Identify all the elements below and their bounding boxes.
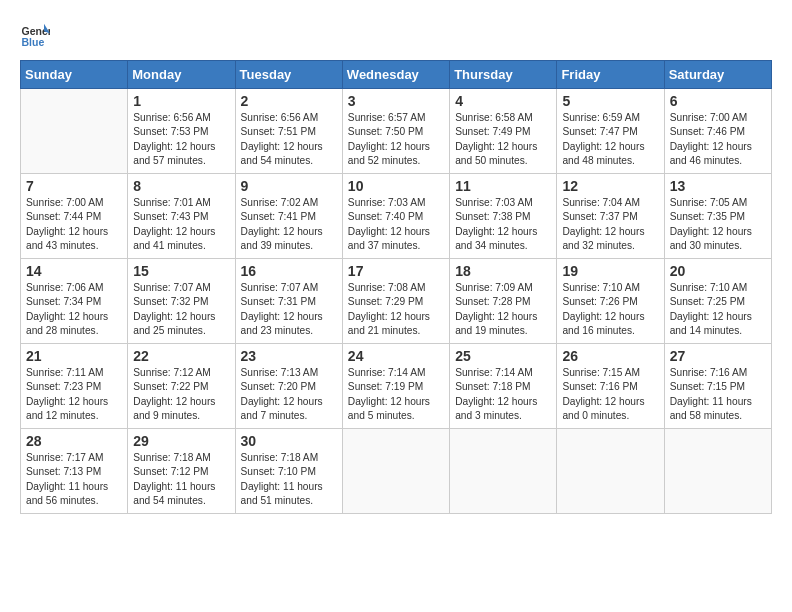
day-number: 2 xyxy=(241,93,337,109)
day-cell: 28Sunrise: 7:17 AM Sunset: 7:13 PM Dayli… xyxy=(21,429,128,514)
day-number: 17 xyxy=(348,263,444,279)
day-cell xyxy=(450,429,557,514)
day-number: 18 xyxy=(455,263,551,279)
day-cell: 8Sunrise: 7:01 AM Sunset: 7:43 PM Daylig… xyxy=(128,174,235,259)
week-row-4: 21Sunrise: 7:11 AM Sunset: 7:23 PM Dayli… xyxy=(21,344,772,429)
day-cell: 9Sunrise: 7:02 AM Sunset: 7:41 PM Daylig… xyxy=(235,174,342,259)
day-cell: 18Sunrise: 7:09 AM Sunset: 7:28 PM Dayli… xyxy=(450,259,557,344)
day-cell: 10Sunrise: 7:03 AM Sunset: 7:40 PM Dayli… xyxy=(342,174,449,259)
day-info: Sunrise: 7:15 AM Sunset: 7:16 PM Dayligh… xyxy=(562,366,658,423)
day-cell xyxy=(664,429,771,514)
day-cell: 16Sunrise: 7:07 AM Sunset: 7:31 PM Dayli… xyxy=(235,259,342,344)
day-info: Sunrise: 7:03 AM Sunset: 7:38 PM Dayligh… xyxy=(455,196,551,253)
day-info: Sunrise: 6:57 AM Sunset: 7:50 PM Dayligh… xyxy=(348,111,444,168)
day-info: Sunrise: 7:14 AM Sunset: 7:19 PM Dayligh… xyxy=(348,366,444,423)
week-row-3: 14Sunrise: 7:06 AM Sunset: 7:34 PM Dayli… xyxy=(21,259,772,344)
day-cell: 30Sunrise: 7:18 AM Sunset: 7:10 PM Dayli… xyxy=(235,429,342,514)
logo: General Blue xyxy=(20,20,50,50)
calendar-table: SundayMondayTuesdayWednesdayThursdayFrid… xyxy=(20,60,772,514)
day-info: Sunrise: 7:05 AM Sunset: 7:35 PM Dayligh… xyxy=(670,196,766,253)
day-number: 30 xyxy=(241,433,337,449)
day-info: Sunrise: 6:56 AM Sunset: 7:53 PM Dayligh… xyxy=(133,111,229,168)
day-number: 14 xyxy=(26,263,122,279)
week-row-1: 1Sunrise: 6:56 AM Sunset: 7:53 PM Daylig… xyxy=(21,89,772,174)
day-info: Sunrise: 6:56 AM Sunset: 7:51 PM Dayligh… xyxy=(241,111,337,168)
day-info: Sunrise: 7:16 AM Sunset: 7:15 PM Dayligh… xyxy=(670,366,766,423)
day-cell: 14Sunrise: 7:06 AM Sunset: 7:34 PM Dayli… xyxy=(21,259,128,344)
day-cell: 21Sunrise: 7:11 AM Sunset: 7:23 PM Dayli… xyxy=(21,344,128,429)
day-info: Sunrise: 7:13 AM Sunset: 7:20 PM Dayligh… xyxy=(241,366,337,423)
day-info: Sunrise: 7:01 AM Sunset: 7:43 PM Dayligh… xyxy=(133,196,229,253)
day-number: 29 xyxy=(133,433,229,449)
day-info: Sunrise: 7:12 AM Sunset: 7:22 PM Dayligh… xyxy=(133,366,229,423)
day-number: 20 xyxy=(670,263,766,279)
weekday-header-wednesday: Wednesday xyxy=(342,61,449,89)
day-cell: 29Sunrise: 7:18 AM Sunset: 7:12 PM Dayli… xyxy=(128,429,235,514)
day-cell: 6Sunrise: 7:00 AM Sunset: 7:46 PM Daylig… xyxy=(664,89,771,174)
day-number: 7 xyxy=(26,178,122,194)
svg-text:Blue: Blue xyxy=(22,36,45,48)
day-cell: 3Sunrise: 6:57 AM Sunset: 7:50 PM Daylig… xyxy=(342,89,449,174)
day-number: 9 xyxy=(241,178,337,194)
day-info: Sunrise: 7:03 AM Sunset: 7:40 PM Dayligh… xyxy=(348,196,444,253)
day-number: 13 xyxy=(670,178,766,194)
day-number: 3 xyxy=(348,93,444,109)
day-cell: 22Sunrise: 7:12 AM Sunset: 7:22 PM Dayli… xyxy=(128,344,235,429)
day-number: 25 xyxy=(455,348,551,364)
day-info: Sunrise: 7:04 AM Sunset: 7:37 PM Dayligh… xyxy=(562,196,658,253)
day-number: 1 xyxy=(133,93,229,109)
day-cell: 2Sunrise: 6:56 AM Sunset: 7:51 PM Daylig… xyxy=(235,89,342,174)
day-cell: 26Sunrise: 7:15 AM Sunset: 7:16 PM Dayli… xyxy=(557,344,664,429)
day-cell: 13Sunrise: 7:05 AM Sunset: 7:35 PM Dayli… xyxy=(664,174,771,259)
day-cell: 23Sunrise: 7:13 AM Sunset: 7:20 PM Dayli… xyxy=(235,344,342,429)
day-info: Sunrise: 7:02 AM Sunset: 7:41 PM Dayligh… xyxy=(241,196,337,253)
day-info: Sunrise: 7:17 AM Sunset: 7:13 PM Dayligh… xyxy=(26,451,122,508)
day-number: 8 xyxy=(133,178,229,194)
day-cell: 24Sunrise: 7:14 AM Sunset: 7:19 PM Dayli… xyxy=(342,344,449,429)
day-info: Sunrise: 7:18 AM Sunset: 7:10 PM Dayligh… xyxy=(241,451,337,508)
day-cell: 4Sunrise: 6:58 AM Sunset: 7:49 PM Daylig… xyxy=(450,89,557,174)
day-cell: 5Sunrise: 6:59 AM Sunset: 7:47 PM Daylig… xyxy=(557,89,664,174)
day-info: Sunrise: 7:08 AM Sunset: 7:29 PM Dayligh… xyxy=(348,281,444,338)
day-number: 12 xyxy=(562,178,658,194)
day-cell: 1Sunrise: 6:56 AM Sunset: 7:53 PM Daylig… xyxy=(128,89,235,174)
day-number: 22 xyxy=(133,348,229,364)
day-cell: 27Sunrise: 7:16 AM Sunset: 7:15 PM Dayli… xyxy=(664,344,771,429)
day-info: Sunrise: 7:10 AM Sunset: 7:26 PM Dayligh… xyxy=(562,281,658,338)
day-cell xyxy=(342,429,449,514)
day-number: 16 xyxy=(241,263,337,279)
day-cell xyxy=(557,429,664,514)
day-cell xyxy=(21,89,128,174)
day-cell: 25Sunrise: 7:14 AM Sunset: 7:18 PM Dayli… xyxy=(450,344,557,429)
day-number: 11 xyxy=(455,178,551,194)
day-info: Sunrise: 7:09 AM Sunset: 7:28 PM Dayligh… xyxy=(455,281,551,338)
day-number: 28 xyxy=(26,433,122,449)
logo-icon: General Blue xyxy=(20,20,50,50)
day-info: Sunrise: 7:07 AM Sunset: 7:32 PM Dayligh… xyxy=(133,281,229,338)
day-cell: 11Sunrise: 7:03 AM Sunset: 7:38 PM Dayli… xyxy=(450,174,557,259)
page-header: General Blue xyxy=(20,20,772,50)
day-info: Sunrise: 7:06 AM Sunset: 7:34 PM Dayligh… xyxy=(26,281,122,338)
weekday-header-thursday: Thursday xyxy=(450,61,557,89)
day-number: 10 xyxy=(348,178,444,194)
day-number: 21 xyxy=(26,348,122,364)
day-cell: 19Sunrise: 7:10 AM Sunset: 7:26 PM Dayli… xyxy=(557,259,664,344)
day-info: Sunrise: 7:07 AM Sunset: 7:31 PM Dayligh… xyxy=(241,281,337,338)
day-number: 6 xyxy=(670,93,766,109)
week-row-2: 7Sunrise: 7:00 AM Sunset: 7:44 PM Daylig… xyxy=(21,174,772,259)
day-cell: 12Sunrise: 7:04 AM Sunset: 7:37 PM Dayli… xyxy=(557,174,664,259)
weekday-header-monday: Monday xyxy=(128,61,235,89)
weekday-header-tuesday: Tuesday xyxy=(235,61,342,89)
day-info: Sunrise: 7:10 AM Sunset: 7:25 PM Dayligh… xyxy=(670,281,766,338)
week-row-5: 28Sunrise: 7:17 AM Sunset: 7:13 PM Dayli… xyxy=(21,429,772,514)
day-info: Sunrise: 6:59 AM Sunset: 7:47 PM Dayligh… xyxy=(562,111,658,168)
day-info: Sunrise: 7:11 AM Sunset: 7:23 PM Dayligh… xyxy=(26,366,122,423)
day-info: Sunrise: 6:58 AM Sunset: 7:49 PM Dayligh… xyxy=(455,111,551,168)
weekday-header-saturday: Saturday xyxy=(664,61,771,89)
day-info: Sunrise: 7:18 AM Sunset: 7:12 PM Dayligh… xyxy=(133,451,229,508)
weekday-header-friday: Friday xyxy=(557,61,664,89)
day-info: Sunrise: 7:14 AM Sunset: 7:18 PM Dayligh… xyxy=(455,366,551,423)
day-number: 15 xyxy=(133,263,229,279)
day-number: 26 xyxy=(562,348,658,364)
day-cell: 15Sunrise: 7:07 AM Sunset: 7:32 PM Dayli… xyxy=(128,259,235,344)
